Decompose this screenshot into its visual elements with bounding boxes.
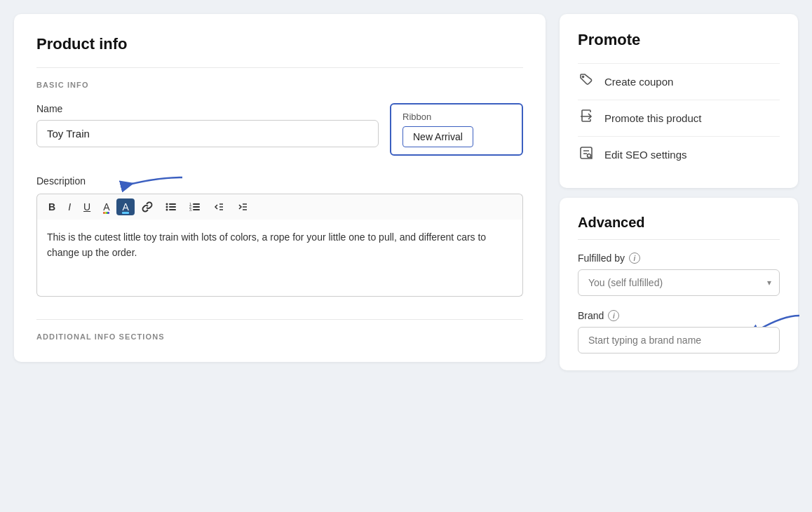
ribbon-box: Ribbon New Arrival: [390, 103, 523, 156]
svg-point-21: [588, 154, 591, 158]
description-section: Description B I U A: [36, 175, 523, 299]
coupon-icon: [578, 72, 595, 91]
fulfilled-by-label: Fulfilled by i: [578, 252, 780, 264]
bullet-list-button[interactable]: [160, 198, 182, 215]
brand-label: Brand i: [578, 310, 780, 321]
promote-title: Promote: [578, 31, 780, 49]
create-coupon-label: Create coupon: [604, 76, 673, 88]
brand-info-icon[interactable]: i: [608, 310, 619, 321]
right-panel: Promote Create coupon Promote this produ…: [560, 14, 798, 370]
numbered-list-button[interactable]: 1.2.3.: [184, 198, 206, 215]
indent-increase-button[interactable]: [231, 198, 254, 215]
promote-icon: [578, 109, 595, 128]
link-button[interactable]: [136, 198, 158, 215]
svg-rect-2: [169, 203, 176, 205]
edit-seo-link[interactable]: Edit SEO settings: [578, 138, 780, 171]
svg-rect-12: [193, 209, 200, 210]
promote-product-link[interactable]: Promote this product: [578, 102, 780, 135]
svg-text:3.: 3.: [189, 208, 192, 212]
svg-rect-10: [193, 206, 200, 208]
brand-input[interactable]: [578, 327, 780, 353]
additional-info-label: ADDITIONAL INFO SECTIONS: [36, 332, 523, 341]
fulfilled-info-icon[interactable]: i: [629, 252, 640, 264]
highlight-button[interactable]: A: [116, 198, 134, 215]
svg-rect-6: [169, 209, 176, 210]
svg-rect-8: [193, 203, 200, 205]
arrow-annotation-desc: [100, 174, 184, 195]
edit-seo-label: Edit SEO settings: [604, 149, 687, 161]
brand-input-wrap: [578, 327, 780, 353]
create-coupon-link[interactable]: Create coupon: [578, 65, 780, 98]
svg-point-5: [165, 209, 168, 211]
ribbon-badge: New Arrival: [402, 126, 473, 147]
svg-rect-4: [169, 206, 176, 208]
underline-button[interactable]: U: [78, 198, 96, 215]
name-label: Name: [36, 103, 379, 114]
description-label: Description: [36, 175, 86, 187]
name-ribbon-row: Name Ribbon New Arrival: [36, 103, 523, 156]
svg-point-3: [165, 206, 168, 208]
svg-point-19: [583, 76, 584, 78]
indent-decrease-button[interactable]: [208, 198, 230, 215]
description-textarea[interactable]: This is the cutest little toy train with…: [36, 220, 523, 297]
fulfilled-select[interactable]: You (self fulfilled) You (self fulfilled…: [578, 269, 780, 296]
svg-point-1: [165, 203, 168, 206]
italic-button[interactable]: I: [62, 198, 76, 215]
name-input[interactable]: [36, 120, 379, 147]
bold-button[interactable]: B: [43, 198, 61, 215]
text-color-button[interactable]: A: [97, 198, 115, 215]
brand-section: Brand i: [578, 310, 780, 353]
advanced-card: Advanced Fulfilled by i You (self fulfil…: [560, 198, 798, 370]
promote-product-label: Promote this product: [604, 112, 701, 124]
left-panel: Product info BASIC INFO Name Ribbon New …: [14, 14, 546, 362]
ribbon-label: Ribbon: [402, 112, 510, 122]
description-toolbar: B I U A A 1.2.3.: [36, 194, 523, 220]
basic-info-label: BASIC INFO: [36, 81, 523, 89]
fulfilled-select-wrap: You (self fulfilled) You (self fulfilled…: [578, 269, 780, 296]
advanced-title: Advanced: [578, 215, 780, 231]
promote-card: Promote Create coupon Promote this produ…: [560, 14, 798, 188]
seo-icon: [578, 145, 595, 164]
panel-title: Product info: [36, 35, 523, 53]
name-field-wrap: Name: [36, 103, 379, 147]
